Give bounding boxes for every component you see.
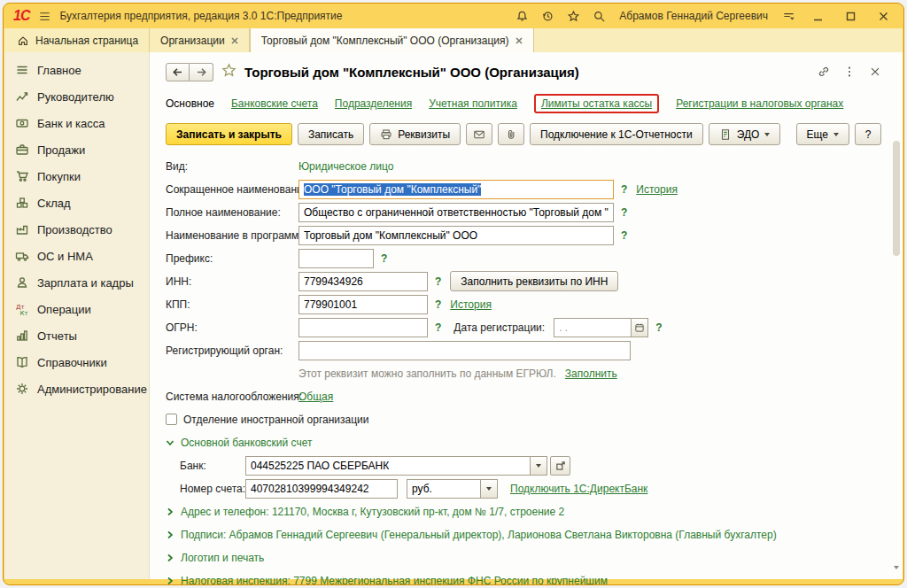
fill-egrul-link[interactable]: Заполнить	[565, 368, 617, 380]
open-bank-icon[interactable]	[550, 456, 570, 476]
sidebar-item-spravochniki[interactable]: Справочники	[4, 349, 149, 375]
currency-combo-group	[407, 479, 498, 499]
nav-link-subdivisions[interactable]: Подразделения	[335, 97, 412, 110]
attachments-button[interactable]	[498, 123, 524, 145]
signatures-section-toggle[interactable]: Подписи: Абрамов Геннадий Сергеевич (Ген…	[166, 524, 881, 545]
ogrn-input[interactable]	[298, 318, 428, 337]
fill-by-inn-button[interactable]: Заполнить реквизиты по ИНН	[450, 271, 618, 291]
panel-settings-icon[interactable]	[781, 9, 795, 23]
tab-home[interactable]: Начальная страница	[6, 28, 150, 52]
close-tab-icon[interactable]	[231, 37, 238, 44]
close-window-icon[interactable]	[872, 8, 894, 24]
chevron-down-icon	[764, 133, 770, 136]
help-question-icon[interactable]: ?	[435, 275, 441, 288]
send-email-button[interactable]	[466, 123, 492, 145]
nav-link-bank-accounts[interactable]: Банковские счета	[231, 97, 318, 110]
history-icon[interactable]	[540, 9, 554, 23]
help-button[interactable]: ?	[855, 123, 881, 145]
full-name-label: Полное наименование:	[166, 206, 298, 219]
foreign-org-checkbox[interactable]	[166, 414, 177, 425]
more-button[interactable]: Еще	[796, 123, 849, 145]
help-question-icon[interactable]: ?	[621, 229, 627, 242]
bank-account-section-toggle[interactable]: Основной банковский счет	[166, 432, 881, 453]
get-link-icon[interactable]	[818, 66, 830, 78]
maximize-icon[interactable]	[840, 8, 861, 24]
help-question-icon[interactable]: ?	[655, 321, 662, 334]
forward-button[interactable]	[190, 63, 213, 81]
help-question-icon[interactable]: ?	[621, 206, 627, 219]
nav-link-tax-registrations[interactable]: Регистрации в налоговых органах	[676, 97, 843, 110]
sidebar-item-prodazhi[interactable]: Продажи	[4, 136, 149, 163]
bank-input[interactable]	[245, 456, 531, 476]
reg-org-input[interactable]	[298, 341, 631, 360]
titlebar-actions: Абрамов Геннадий Сергеевич	[515, 8, 894, 24]
1c-reporting-button[interactable]: Подключение к 1С-Отчетности	[530, 123, 703, 145]
sidebar-item-glavnoe[interactable]: Главное	[4, 57, 149, 83]
dropdown-chevron-icon[interactable]	[481, 479, 498, 499]
help-question-icon[interactable]: ?	[621, 183, 627, 196]
tab-organization-card[interactable]: Торговый дом "Комплексный" ООО (Организа…	[250, 28, 534, 52]
organization-form: Вид: Юридическое лицо Сокращенное наимен…	[166, 156, 881, 585]
sidebar-item-proizvodstvo[interactable]: Производство	[4, 216, 149, 243]
nav-link-osnovnoe[interactable]: Основное	[166, 97, 214, 110]
tax-system-value-link[interactable]: Общая	[298, 391, 333, 403]
short-name-history-link[interactable]: История	[636, 183, 678, 196]
full-name-input[interactable]	[298, 203, 614, 222]
main-menu-icon[interactable]	[37, 9, 51, 23]
close-form-icon[interactable]	[869, 66, 881, 78]
prefix-input[interactable]	[298, 249, 374, 268]
sidebar-item-administrirovanie[interactable]: Администрирование	[4, 375, 149, 402]
save-button[interactable]: Записать	[298, 123, 364, 145]
short-name-input[interactable]: ООО "Торговый дом "Комплексный"	[298, 180, 614, 199]
inn-input[interactable]	[298, 272, 428, 291]
close-tab-icon[interactable]	[516, 37, 523, 44]
sidebar-item-sklad[interactable]: Склад	[4, 190, 149, 216]
current-user[interactable]: Абрамов Геннадий Сергеевич	[619, 10, 768, 22]
notifications-bell-icon[interactable]	[515, 9, 529, 23]
save-and-close-button[interactable]: Записать и закрыть	[166, 123, 292, 145]
logo-stamp-section-toggle[interactable]: Логотип и печать	[166, 547, 881, 568]
program-name-input[interactable]	[298, 226, 614, 245]
nav-link-accounting-policy[interactable]: Учетная политика	[429, 97, 517, 110]
kind-value-link[interactable]: Юридическое лицо	[298, 160, 393, 173]
sidebar-item-zarplata-i-kadry[interactable]: Зарплата и кадры	[4, 269, 149, 296]
sections-sidebar: Главное Руководителю Банк и касса Продаж…	[4, 52, 150, 579]
tab-organizations[interactable]: Организации	[150, 28, 250, 52]
form-nav-links: Основное Банковские счета Подразделения …	[166, 93, 881, 114]
reg-date-label: Дата регистрации:	[454, 321, 545, 334]
kpp-input[interactable]	[298, 295, 428, 314]
sidebar-item-os-i-nma[interactable]: ОС и НМА	[4, 243, 149, 269]
scroll-down-arrow-icon[interactable]	[893, 563, 900, 572]
sidebar-item-pokupki[interactable]: Покупки	[4, 163, 149, 190]
sidebar-item-bank-i-kassa[interactable]: Банк и касса	[4, 110, 149, 136]
favorites-star-icon[interactable]	[566, 9, 580, 23]
kpp-history-link[interactable]: История	[450, 298, 492, 311]
vertical-scrollbar	[893, 141, 900, 572]
sidebar-item-operacii[interactable]: Дт Кт Операции	[4, 296, 149, 322]
reg-date-input[interactable]	[554, 318, 632, 337]
dropdown-chevron-icon[interactable]	[531, 456, 547, 476]
sidebar-item-otchety[interactable]: Отчеты	[4, 322, 149, 349]
tax-inspection-section-toggle[interactable]: Налоговая инспекция: 7799 Межрегиональна…	[166, 570, 881, 585]
inn-label: ИНН:	[166, 275, 298, 288]
help-question-icon[interactable]: ?	[381, 252, 387, 265]
tab-home-label: Начальная страница	[35, 35, 138, 47]
edo-button[interactable]: ЭДО	[709, 123, 781, 145]
details-print-button[interactable]: Реквизиты	[369, 123, 461, 145]
account-number-input[interactable]	[245, 479, 398, 499]
calendar-icon[interactable]	[632, 318, 648, 337]
directbank-link[interactable]: Подключить 1С:ДиректБанк	[510, 483, 647, 495]
nav-link-cash-limits[interactable]: Лимиты остатка кассы	[541, 97, 652, 110]
more-menu-kebab-icon[interactable]	[843, 66, 856, 78]
minimize-icon[interactable]	[807, 8, 828, 24]
help-question-icon[interactable]: ?	[435, 298, 441, 311]
currency-input[interactable]	[407, 479, 481, 499]
address-section-toggle[interactable]: Адрес и телефон: 121170, Москва г, Кутуз…	[166, 501, 881, 522]
app-title: Бухгалтерия предприятия, редакция 3.0 1С…	[59, 10, 342, 22]
favorite-star-icon[interactable]	[221, 63, 236, 81]
back-button[interactable]	[166, 63, 190, 81]
scrollbar-thumb[interactable]	[893, 141, 900, 256]
help-question-icon[interactable]: ?	[435, 321, 441, 334]
search-icon[interactable]	[592, 9, 606, 23]
sidebar-item-rukovoditelyu[interactable]: Руководителю	[4, 83, 149, 110]
